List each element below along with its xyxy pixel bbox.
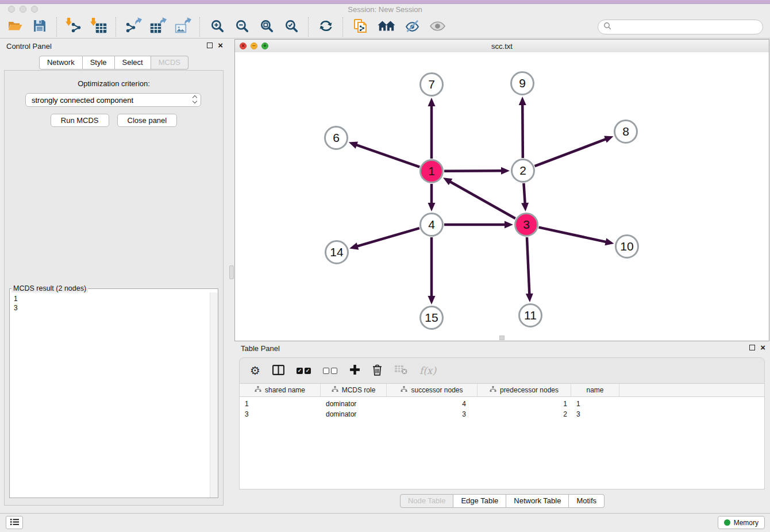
export-network-button[interactable] bbox=[125, 19, 141, 35]
node-10[interactable]: 10 bbox=[615, 234, 639, 259]
node-1[interactable]: 1 bbox=[419, 159, 444, 183]
delete-table-button[interactable] bbox=[394, 363, 407, 378]
control-panel-title: Control Panel bbox=[6, 42, 52, 51]
table-cell-filler bbox=[619, 410, 764, 419]
eye-icon bbox=[430, 21, 445, 33]
first-neighbors-button[interactable] bbox=[377, 19, 395, 35]
export-image-icon bbox=[175, 19, 191, 35]
unselect-all-columns-button[interactable] bbox=[323, 363, 337, 378]
tab-motifs[interactable]: Motifs bbox=[569, 494, 605, 508]
control-panel: Control Panel NetworkStyleSelectMCDS Opt… bbox=[0, 39, 228, 514]
export-table-button[interactable] bbox=[150, 19, 166, 35]
toolbar-separator bbox=[199, 17, 201, 37]
select-all-columns-button[interactable] bbox=[297, 363, 311, 378]
node-2[interactable]: 2 bbox=[511, 159, 535, 183]
node-11[interactable]: 11 bbox=[518, 303, 542, 327]
refresh-button[interactable] bbox=[318, 19, 334, 35]
tab-network[interactable]: Network bbox=[39, 56, 83, 70]
node-8[interactable]: 8 bbox=[614, 119, 638, 144]
node-14[interactable]: 14 bbox=[325, 240, 349, 264]
open-session-button[interactable] bbox=[7, 19, 23, 35]
node-9[interactable]: 9 bbox=[510, 71, 534, 95]
panel-splitter-vertical[interactable] bbox=[228, 39, 234, 514]
search-box[interactable] bbox=[598, 20, 763, 34]
tab-select[interactable]: Select bbox=[115, 56, 151, 70]
search-input[interactable] bbox=[614, 22, 757, 32]
toolbar-separator bbox=[56, 17, 57, 37]
table-toolbar: f(x) bbox=[239, 357, 765, 384]
clone-network-button[interactable] bbox=[352, 19, 368, 35]
close-panel-button[interactable]: Close panel bbox=[117, 114, 178, 127]
window-title: Session: New Session bbox=[0, 5, 770, 14]
float-table-panel-icon[interactable] bbox=[749, 345, 755, 350]
tab-mcds[interactable]: MCDS bbox=[151, 56, 188, 70]
trash-icon bbox=[372, 364, 382, 377]
node-6[interactable]: 6 bbox=[324, 126, 348, 150]
column-header-name[interactable]: name bbox=[571, 384, 619, 396]
show-all-button[interactable] bbox=[429, 19, 446, 35]
network-canvas[interactable]: 7968124314101511 bbox=[235, 52, 769, 341]
run-mcds-button[interactable]: Run MCDS bbox=[51, 114, 109, 127]
table-row[interactable]: 1dominator411 bbox=[240, 399, 764, 408]
import-network-icon bbox=[66, 19, 82, 35]
export-image-button[interactable] bbox=[175, 19, 191, 35]
optimization-select[interactable]: strongly connected component bbox=[25, 93, 201, 107]
column-type-icon bbox=[490, 386, 496, 394]
add-column-button[interactable] bbox=[349, 363, 360, 378]
float-panel-icon[interactable] bbox=[207, 43, 213, 48]
mcds-result-area[interactable]: 1 3 bbox=[10, 292, 218, 498]
import-network-button[interactable] bbox=[66, 19, 82, 35]
import-table-button[interactable] bbox=[91, 19, 107, 35]
eye-slash-icon bbox=[405, 20, 419, 34]
control-panel-tabs: NetworkStyleSelectMCDS bbox=[0, 56, 228, 70]
tab-edge-table[interactable]: Edge Table bbox=[453, 494, 506, 508]
column-header-MCDS-role[interactable]: MCDS role bbox=[321, 384, 387, 396]
tab-style[interactable]: Style bbox=[83, 56, 115, 70]
table-body: 1dominator4113dominator323 bbox=[240, 399, 764, 419]
node-table: shared nameMCDS rolesuccessor nodesprede… bbox=[239, 384, 765, 489]
node-7[interactable]: 7 bbox=[419, 72, 444, 97]
network-window: scc.txt 7968124314101511 bbox=[234, 39, 769, 341]
table-cell: dominator bbox=[321, 399, 387, 408]
mcds-result-group: MCDS result (2 nodes) 1 3 bbox=[9, 284, 218, 498]
table-cell-filler bbox=[619, 399, 764, 408]
result-scrollbar[interactable] bbox=[210, 292, 218, 498]
column-header-shared-name[interactable]: shared name bbox=[240, 384, 321, 396]
window-top-strip bbox=[0, 0, 770, 4]
zoom-out-button[interactable] bbox=[234, 19, 250, 35]
table-options-button[interactable] bbox=[250, 363, 260, 378]
network-window-titlebar[interactable]: scc.txt bbox=[235, 40, 769, 53]
control-panel-header: Control Panel bbox=[0, 39, 228, 54]
zoom-in-icon bbox=[210, 19, 225, 35]
checked-boxes-icon bbox=[297, 368, 311, 374]
column-header-successor-nodes[interactable]: successor nodes bbox=[387, 384, 478, 396]
table-cell: 3 bbox=[240, 410, 321, 419]
column-header-predecessor-nodes[interactable]: predecessor nodes bbox=[478, 384, 571, 396]
tab-network-table[interactable]: Network Table bbox=[506, 494, 569, 508]
delete-columns-button[interactable] bbox=[372, 363, 382, 378]
node-4[interactable]: 4 bbox=[419, 213, 444, 237]
zoom-fit-button[interactable] bbox=[259, 19, 275, 35]
mcds-panel: Optimization criterion: strongly connect… bbox=[4, 70, 224, 506]
hide-selected-button[interactable] bbox=[404, 19, 420, 35]
node-15[interactable]: 15 bbox=[419, 306, 444, 330]
save-session-button[interactable] bbox=[32, 19, 48, 35]
close-panel-icon[interactable] bbox=[218, 42, 223, 49]
memory-button[interactable]: Memory bbox=[718, 516, 765, 529]
close-table-panel-icon[interactable] bbox=[760, 344, 765, 351]
show-columns-button[interactable] bbox=[272, 363, 284, 378]
network-resize-grip[interactable] bbox=[499, 336, 505, 340]
node-3[interactable]: 3 bbox=[514, 213, 538, 237]
status-list-button[interactable] bbox=[6, 516, 23, 529]
search-icon bbox=[603, 22, 611, 32]
table-row[interactable]: 3dominator323 bbox=[240, 410, 764, 419]
zoom-in-button[interactable] bbox=[209, 19, 225, 35]
zoom-selected-button[interactable] bbox=[283, 19, 299, 35]
function-builder-button[interactable]: f(x) bbox=[419, 363, 436, 378]
column-header-filler bbox=[619, 384, 764, 396]
column-header-label: MCDS role bbox=[342, 386, 376, 394]
select-stepper-icon bbox=[193, 96, 197, 103]
tab-node-table[interactable]: Node Table bbox=[400, 494, 454, 508]
list-icon bbox=[10, 518, 20, 527]
clone-network-icon bbox=[354, 19, 367, 35]
